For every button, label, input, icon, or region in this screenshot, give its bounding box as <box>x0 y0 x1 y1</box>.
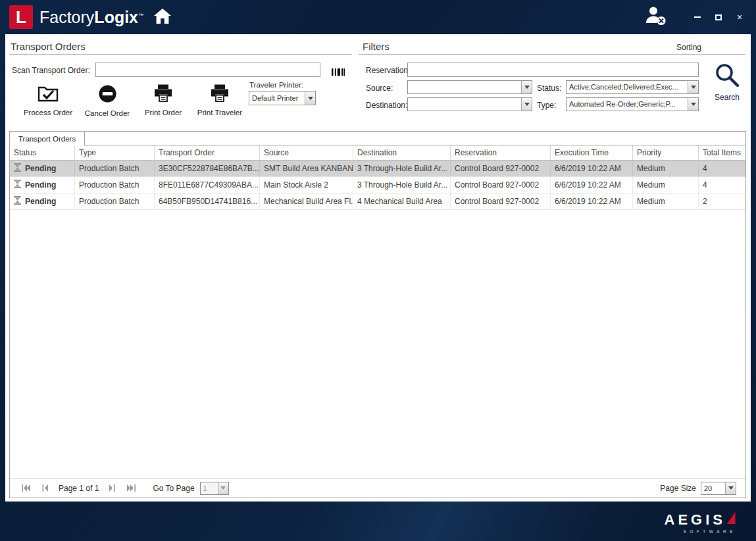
column-header-status[interactable]: Status <box>10 145 75 160</box>
grid-tab-strip: Transport Orders <box>10 132 745 145</box>
go-to-page-input[interactable]: 1 <box>200 482 229 495</box>
barcode-icon <box>332 66 345 78</box>
destination-filter-select[interactable] <box>407 97 532 111</box>
priority-cell: Medium <box>633 193 699 209</box>
home-button[interactable] <box>154 9 171 26</box>
destination-filter-label: Destination: <box>366 101 407 110</box>
dropdown-arrow-icon <box>218 482 228 494</box>
column-header-priority[interactable]: Priority <box>633 145 699 160</box>
brand-regular: Factory <box>39 8 94 26</box>
source-cell: Main Stock Aisle 2 <box>260 177 353 193</box>
reservation-filter-input[interactable] <box>407 63 699 77</box>
traveler-printer-select[interactable]: Default Printer <box>249 91 316 105</box>
first-page-button[interactable] <box>19 482 32 494</box>
page-size-value: 20 <box>701 482 725 494</box>
total-items-cell: 4 <box>699 161 745 176</box>
scan-transport-order-input[interactable] <box>95 63 320 77</box>
column-header-source[interactable]: Source <box>260 145 353 160</box>
cancel-order-icon <box>98 84 117 106</box>
minimize-button[interactable] <box>690 11 705 24</box>
status-text: Pending <box>25 197 56 206</box>
dropdown-arrow-icon <box>688 98 698 111</box>
column-header-type[interactable]: Type <box>75 145 155 160</box>
status-cell: Pending <box>10 161 75 176</box>
trademark-symbol: ™ <box>138 12 143 18</box>
home-icon <box>154 9 171 26</box>
source-filter-select[interactable] <box>407 80 532 94</box>
next-page-button[interactable] <box>105 482 118 494</box>
hourglass-icon <box>14 163 21 174</box>
transport-panel-divider <box>9 54 352 55</box>
dropdown-arrow-icon <box>725 482 736 494</box>
filters-panel-divider <box>359 54 745 55</box>
minimize-icon <box>694 16 701 18</box>
source-filter-label: Source: <box>366 84 393 93</box>
tab-label: Transport Orders <box>18 135 76 143</box>
aegis-brand-text: AEGIS <box>665 513 726 527</box>
table-row[interactable]: Pending Production Batch 8FE011E6877C493… <box>10 177 745 193</box>
status-text: Pending <box>25 164 56 173</box>
close-button[interactable]: × <box>732 11 747 24</box>
tab-transport-orders[interactable]: Transport Orders <box>9 131 85 145</box>
sorting-link[interactable]: Sorting <box>676 43 701 52</box>
filters-panel-title: Filters <box>363 41 390 52</box>
aegis-subbrand-text: SOFTWARE <box>683 529 736 534</box>
print-traveler-icon <box>210 84 230 105</box>
execution-time-cell: 6/6/2019 10:22 AM <box>551 193 633 209</box>
transport-order-cell: 3E30CF5228784E86BA7B... <box>155 161 260 176</box>
column-header-destination[interactable]: Destination <box>353 145 451 160</box>
grid-empty-area <box>10 210 745 478</box>
status-filter-label: Status: <box>537 84 561 93</box>
user-logout-button[interactable] <box>644 6 667 28</box>
app-title: FactoryLogix™ <box>39 8 143 27</box>
status-filter-select[interactable]: Active;Canceled;Delivered;Exec... <box>566 80 699 94</box>
reservation-cell: Control Board 927-0002 <box>451 177 551 193</box>
column-header-transport-order[interactable]: Transport Order <box>155 145 260 160</box>
aegis-arrow-icon <box>726 511 736 527</box>
brand-bold: Logix <box>94 8 138 26</box>
total-items-cell: 2 <box>699 193 745 209</box>
print-order-icon <box>153 84 173 105</box>
grid-header-row: Status Type Transport Order Source Desti… <box>10 145 745 161</box>
source-filter-value <box>408 81 521 93</box>
column-header-execution-time[interactable]: Execution Time <box>551 145 633 160</box>
priority-cell: Medium <box>633 161 699 176</box>
table-row[interactable]: Pending Production Batch 3E30CF5228784E8… <box>10 161 745 177</box>
logo-letter: L <box>16 9 26 26</box>
column-header-total-items[interactable]: Total Items <box>699 145 745 160</box>
dropdown-arrow-icon <box>521 81 532 93</box>
status-text: Pending <box>25 180 56 190</box>
column-header-reservation[interactable]: Reservation <box>451 145 551 160</box>
traveler-printer-value: Default Printer <box>249 91 305 105</box>
scan-transport-order-label: Scan Transport Order: <box>12 66 90 75</box>
traveler-printer-label: Traveler Printer: <box>249 81 303 89</box>
page-size-label: Page Size <box>660 484 696 493</box>
reservation-cell: Control Board 927-0002 <box>451 193 551 209</box>
print-traveler-label: Print Traveler <box>197 109 242 116</box>
destination-cell: 3 Through-Hole Build Ar... <box>353 161 451 176</box>
go-to-page-label: Go To Page <box>153 484 194 493</box>
maximize-button[interactable] <box>711 11 726 24</box>
search-button[interactable]: Search <box>708 62 746 102</box>
page-size-select[interactable]: 20 <box>701 482 736 495</box>
execution-time-cell: 6/6/2019 10:22 AM <box>551 161 633 176</box>
print-order-button[interactable]: Print Order <box>138 84 188 116</box>
previous-page-button[interactable] <box>38 482 51 494</box>
type-filter-value: Automated Re-Order;Generic;P... <box>567 98 688 111</box>
reservation-cell: Control Board 927-0002 <box>451 161 551 176</box>
table-row[interactable]: Pending Production Batch 64B50FB950D1474… <box>10 193 745 210</box>
dropdown-arrow-icon <box>688 81 698 93</box>
type-cell: Production Batch <box>75 177 155 193</box>
source-cell: Mechanical Build Area Fl... <box>260 193 353 209</box>
transport-orders-grid: Transport Orders Status Type Transport O… <box>9 131 746 498</box>
hourglass-icon <box>14 180 21 190</box>
last-page-button[interactable] <box>124 482 138 494</box>
go-to-page-value: 1 <box>201 482 218 494</box>
cancel-order-button[interactable]: Cancel Order <box>80 84 134 117</box>
search-icon <box>714 62 740 91</box>
hourglass-icon <box>14 196 21 207</box>
page-indicator: Page 1 of 1 <box>59 484 99 493</box>
type-filter-select[interactable]: Automated Re-Order;Generic;P... <box>566 97 699 111</box>
print-traveler-button[interactable]: Print Traveler <box>191 84 249 116</box>
process-order-button[interactable]: Process Order <box>18 84 78 116</box>
